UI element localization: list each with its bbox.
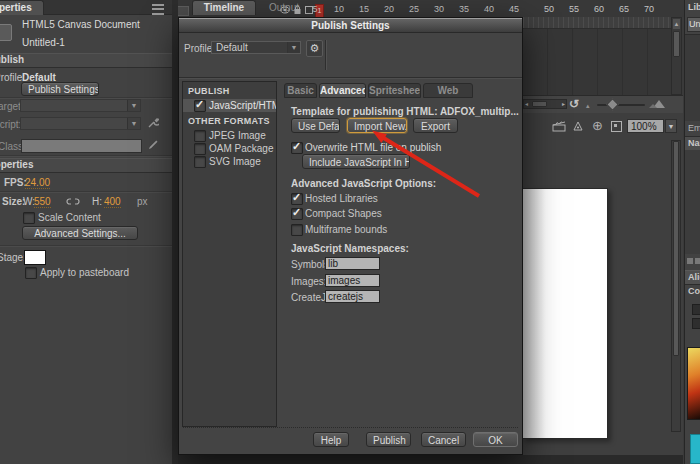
height-value[interactable]: 400 [104, 196, 121, 208]
ruler-number: 45 [506, 4, 522, 14]
dialog-profile-dropdown[interactable]: Default▼ [211, 41, 301, 54]
tab-spritesheet[interactable]: Spritesheet [368, 83, 421, 98]
link-dimensions-icon[interactable] [66, 197, 80, 206]
lock-icon[interactable] [293, 5, 302, 15]
ruler-number: 25 [406, 4, 422, 14]
stage-color-swatch[interactable] [24, 250, 46, 265]
edit-symbols-icon[interactable] [572, 121, 584, 132]
oam-checkbox[interactable] [194, 143, 206, 155]
svg-checkbox[interactable] [194, 156, 206, 168]
tab-properties[interactable]: Properties [0, 0, 44, 15]
ruler-number: 20 [381, 4, 397, 14]
fps-value[interactable]: 24.00 [25, 177, 50, 189]
jpeg-checkbox[interactable] [194, 130, 206, 142]
timeline-ruler-ticks[interactable] [523, 17, 671, 29]
scale-content-checkbox[interactable] [23, 212, 35, 224]
panel-menu-icon[interactable] [152, 4, 164, 15]
publish-section-header[interactable] [0, 53, 172, 68]
class-pencil-icon[interactable] [148, 139, 159, 150]
library-new-symbol-icon[interactable] [687, 258, 693, 264]
tab-basic[interactable]: Basic [284, 83, 317, 98]
center-frame-icon[interactable]: ⊕ [592, 118, 603, 133]
stage-label: Stage: [0, 252, 26, 263]
format-row-javascript-html[interactable]: JavaScript/HTML [183, 99, 277, 112]
advanced-settings-button[interactable]: Advanced Settings... [22, 226, 138, 240]
images-input[interactable] [325, 274, 380, 287]
color-panel-tab[interactable]: Color [688, 286, 700, 296]
script-label: Script: [0, 119, 21, 130]
help-button[interactable]: Help [313, 432, 349, 447]
document-type-label: HTML5 Canvas Document [22, 19, 140, 30]
publish-settings-button[interactable]: Publish Settings... [21, 82, 99, 96]
fill-color-button[interactable] [692, 318, 700, 329]
show-hide-eye-icon[interactable] [280, 6, 290, 14]
symbols-input[interactable] [325, 257, 380, 270]
export-button[interactable]: Export [413, 118, 458, 133]
document-name[interactable]: Untitled-1 [22, 37, 65, 48]
timeline-horizontal-scrollbar[interactable]: ◂ ▸ [523, 99, 567, 109]
library-name-column-header[interactable]: Name [685, 136, 700, 151]
stroke-color-button[interactable] [692, 304, 700, 315]
class-field[interactable] [21, 139, 142, 153]
compact-shapes-checkbox[interactable] [291, 208, 303, 220]
separator [0, 97, 172, 98]
overwrite-html-label: Overwrite HTML file on publish [305, 142, 441, 153]
height-label: H: [92, 196, 102, 207]
format-row-oam[interactable]: OAM Package [183, 142, 276, 155]
format-row-jpeg[interactable]: JPEG Image [183, 129, 276, 142]
timeline-zoom-slider-thumb[interactable] [606, 98, 619, 111]
timeline-frames-area[interactable] [523, 29, 671, 95]
multiframe-bounds-checkbox[interactable] [291, 224, 303, 236]
library-new-folder-icon[interactable] [695, 258, 700, 264]
cancel-button[interactable]: Cancel [421, 432, 466, 447]
overwrite-html-checkbox[interactable] [291, 142, 303, 154]
createjs-input[interactable] [325, 290, 380, 303]
profile-options-button[interactable]: ⚙ [306, 40, 323, 57]
app-window: Timeline Output 1 5 10 15 20 25 30 35 40… [0, 0, 700, 464]
loop-playback-icon[interactable]: ↺ [569, 97, 579, 111]
ruler-number: 70 [641, 4, 657, 14]
stage-vertical-scrollbar[interactable] [671, 140, 681, 432]
script-wrench-icon[interactable] [147, 117, 159, 129]
library-doc-selector[interactable]: Untitled-1 [687, 17, 700, 32]
edit-scene-icon[interactable] [552, 121, 566, 132]
timeline-vertical-scrollbar[interactable]: ▲ [671, 17, 682, 95]
target-dropdown[interactable]: ▼ [20, 99, 141, 112]
library-list-area[interactable] [685, 150, 700, 254]
include-javascript-button[interactable]: Include JavaScript In HTML... [302, 154, 410, 169]
javascript-html-checkbox[interactable] [194, 100, 206, 112]
publish-button[interactable]: Publish [366, 432, 411, 447]
apply-pasteboard-checkbox[interactable] [25, 267, 37, 279]
clip-content-icon[interactable] [611, 121, 622, 132]
hosted-libraries-checkbox[interactable] [291, 193, 303, 205]
align-panel-tab[interactable]: Align [685, 270, 700, 285]
color-gradient-field[interactable] [687, 347, 700, 420]
fps-label: FPS: [4, 177, 27, 188]
script-dropdown[interactable]: ▼ [20, 117, 141, 130]
timeline-zoom-slider[interactable] [597, 104, 645, 106]
library-empty-label: Empty library [688, 123, 700, 133]
import-new-button[interactable]: Import New... [347, 118, 407, 133]
footer-separator [183, 427, 518, 428]
tab-web-fonts[interactable]: Web fonts [423, 83, 473, 98]
stage-canvas[interactable] [522, 188, 608, 439]
tab-advanced[interactable]: Advanced [319, 83, 366, 98]
bottom-scroll-band [172, 455, 683, 464]
width-value[interactable]: 550 [34, 196, 51, 208]
separator [0, 245, 172, 246]
library-panel-tab[interactable]: Library [688, 2, 700, 12]
tab-timeline[interactable]: Timeline [192, 0, 256, 15]
format-row-svg[interactable]: SVG Image [183, 155, 276, 168]
ok-button[interactable]: OK [473, 432, 518, 447]
stage-zoom-dropdown-arrow[interactable]: ▼ [665, 119, 677, 133]
frame-size-toggle-icon[interactable]: ▴ [586, 102, 590, 110]
dialog-title[interactable]: Publish Settings [179, 18, 522, 33]
library-preview-area [685, 34, 700, 121]
stage-edit-bar: ⊕ 100% ▼ [523, 113, 683, 141]
template-label: Template for publishing HTML: ADFOX_mult… [291, 106, 519, 117]
use-default-button[interactable]: Use Default [291, 118, 340, 133]
separator [0, 191, 172, 192]
ruler-number: 50 [541, 4, 557, 14]
color-swatch-cyan[interactable] [690, 434, 700, 464]
stage-zoom-field[interactable]: 100% [627, 119, 664, 133]
